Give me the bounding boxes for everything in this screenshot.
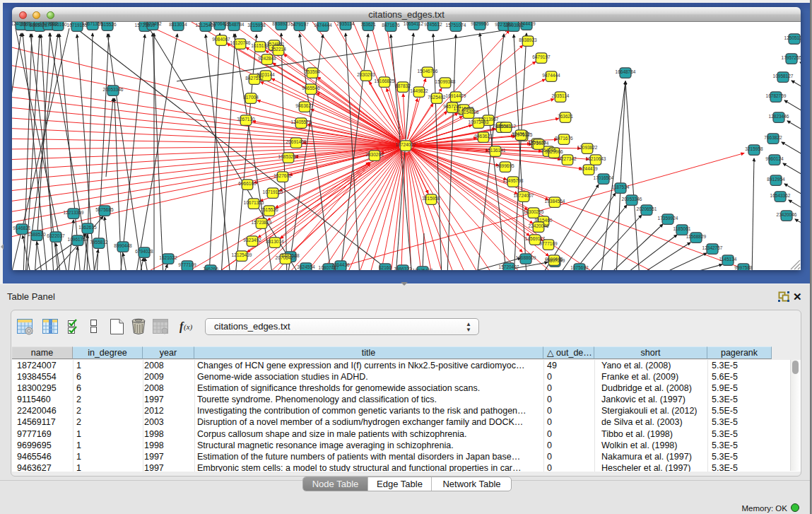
svg-text:23420046: 23420046 (777, 212, 797, 217)
svg-text:10671355: 10671355 (244, 200, 264, 205)
svg-text:10688609: 10688609 (516, 255, 536, 260)
svg-text:753594: 753594 (305, 69, 320, 74)
svg-text:7663822: 7663822 (764, 135, 782, 140)
svg-text:15099348: 15099348 (435, 79, 456, 84)
svg-text:7986322: 7986322 (394, 267, 412, 270)
svg-text:13495798: 13495798 (503, 178, 524, 183)
svg-text:15723819: 15723819 (252, 220, 272, 225)
svg-text:2830203: 2830203 (365, 152, 384, 157)
svg-text:10719155: 10719155 (263, 189, 283, 194)
svg-text:1244419: 1244419 (579, 166, 598, 171)
svg-text:9084067: 9084067 (212, 37, 230, 42)
svg-text:18724007: 18724007 (396, 142, 416, 147)
svg-text:15751074: 15751074 (529, 141, 549, 146)
svg-text:6794028: 6794028 (135, 249, 153, 254)
svg-text:746266: 746266 (203, 267, 218, 270)
svg-text:2935114: 2935114 (552, 93, 570, 98)
svg-text:887832: 887832 (395, 83, 411, 88)
svg-text:2830203: 2830203 (357, 72, 375, 77)
svg-text:1588520: 1588520 (28, 232, 46, 237)
svg-text:19166825: 19166825 (375, 78, 395, 83)
svg-text:20053346: 20053346 (622, 197, 642, 201)
svg-text:9465546: 9465546 (302, 86, 320, 90)
svg-text:8912954: 8912954 (767, 177, 785, 182)
svg-text:1244419: 1244419 (517, 22, 536, 26)
svg-text:817004: 817004 (243, 95, 259, 100)
svg-text:9463627: 9463627 (295, 103, 314, 108)
svg-text:17016504: 17016504 (594, 175, 614, 180)
svg-text:9323492: 9323492 (143, 22, 162, 26)
svg-text:10654112: 10654112 (404, 22, 424, 26)
svg-text:10958127: 10958127 (773, 74, 794, 78)
svg-text:10961768: 10961768 (68, 237, 88, 242)
svg-text:6322037: 6322037 (47, 233, 65, 238)
svg-text:16210643: 16210643 (586, 156, 606, 161)
svg-text:9997588: 9997588 (734, 265, 753, 270)
svg-text:3624554: 3624554 (297, 264, 315, 269)
svg-text:9777109: 9777109 (178, 262, 196, 267)
svg-text:16120746: 16120746 (230, 40, 251, 45)
svg-text:7625402: 7625402 (428, 95, 446, 100)
svg-text:13524851: 13524851 (264, 42, 285, 47)
svg-text:18300295: 18300295 (524, 209, 544, 214)
svg-text:9146821: 9146821 (13, 226, 31, 230)
svg-text:1187534: 1187534 (612, 185, 630, 189)
svg-text:10853287: 10853287 (278, 154, 299, 159)
svg-text:1185061: 1185061 (673, 226, 691, 231)
svg-text:3215958: 3215958 (247, 23, 266, 28)
svg-text:9899695: 9899695 (496, 163, 514, 168)
svg-text:8471676: 8471676 (382, 23, 400, 28)
svg-text:12505135: 12505135 (784, 35, 801, 40)
svg-text:20206551: 20206551 (637, 206, 657, 211)
svg-text:6479197: 6479197 (532, 54, 551, 59)
svg-text:12342757: 12342757 (702, 245, 723, 250)
svg-text:9115460: 9115460 (535, 218, 553, 223)
svg-text:11568829: 11568829 (686, 234, 707, 239)
svg-text:3215958: 3215958 (745, 146, 763, 151)
svg-text:8813014: 8813014 (169, 22, 187, 27)
svg-text:252214: 252214 (271, 47, 286, 52)
svg-text:1362615: 1362615 (78, 225, 97, 230)
svg-text:7515526: 7515526 (260, 207, 278, 212)
svg-text:9474444: 9474444 (314, 23, 332, 28)
svg-text:8427552: 8427552 (245, 76, 264, 81)
svg-text:20706427: 20706427 (276, 255, 296, 260)
svg-text:1075692: 1075692 (570, 265, 589, 270)
svg-text:15046766: 15046766 (418, 69, 438, 74)
svg-text:1621022: 1621022 (159, 255, 177, 260)
svg-text:15136141: 15136141 (486, 148, 506, 153)
svg-text:9227342: 9227342 (558, 156, 577, 161)
svg-text:15751074: 15751074 (446, 23, 466, 28)
svg-text:14569117: 14569117 (525, 236, 546, 241)
svg-text:9245612: 9245612 (512, 132, 530, 136)
svg-text:12213369: 12213369 (64, 210, 84, 215)
svg-text:12093822: 12093822 (577, 145, 598, 150)
svg-text:62160: 62160 (379, 265, 392, 270)
svg-text:22420046: 22420046 (529, 223, 549, 228)
svg-text:9329966: 9329966 (545, 149, 563, 154)
svg-text:9474444: 9474444 (542, 73, 560, 78)
svg-text:12823446: 12823446 (769, 114, 789, 119)
svg-text:10973493: 10973493 (469, 119, 489, 124)
svg-text:12405571: 12405571 (291, 119, 312, 124)
svg-text:16914479: 16914479 (446, 93, 466, 98)
svg-text:8471676: 8471676 (555, 136, 573, 141)
svg-text:18724007: 18724007 (514, 193, 534, 198)
svg-text:9245612: 9245612 (424, 22, 442, 27)
svg-text:10154808: 10154808 (459, 110, 479, 115)
svg-text:6966160: 6966160 (49, 22, 67, 27)
svg-text:8938923: 8938923 (519, 37, 537, 42)
svg-text:12125439: 12125439 (232, 252, 252, 257)
svg-text:16648784: 16648784 (224, 22, 245, 27)
svg-text:2364436: 2364436 (331, 262, 350, 267)
svg-text:16782759: 16782759 (766, 93, 787, 98)
svg-text:9242848: 9242848 (258, 56, 276, 61)
svg-text:9777169: 9777169 (539, 241, 558, 246)
svg-text:9463627: 9463627 (474, 134, 493, 139)
svg-text:10654112: 10654112 (496, 124, 517, 129)
svg-text:1527602: 1527602 (273, 173, 292, 178)
svg-text:19384554: 19384554 (545, 199, 565, 204)
svg-text:9960124: 9960124 (765, 156, 784, 161)
svg-text:16648784: 16648784 (616, 69, 636, 74)
svg-text:7955812: 7955812 (90, 240, 108, 245)
